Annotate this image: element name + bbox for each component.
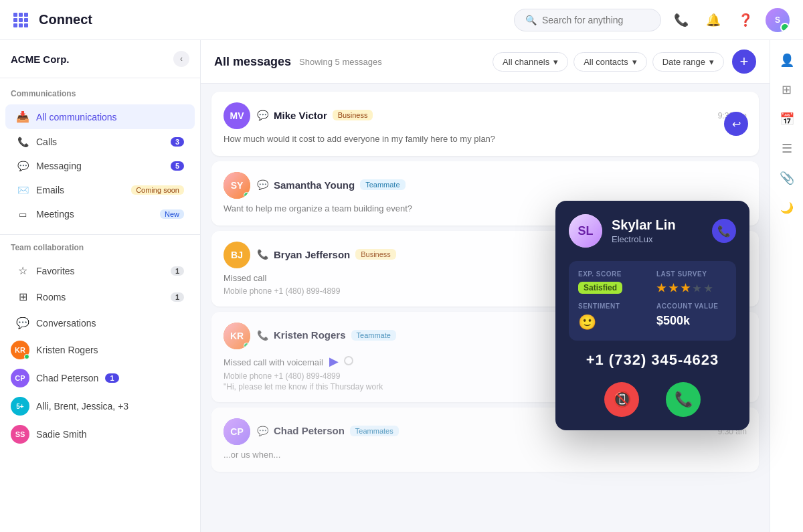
msg-header: SY 💬 Samantha Young Teammate	[224, 172, 747, 199]
communications-section-title: Communications	[0, 89, 200, 104]
conversations-icon: 💬	[16, 317, 29, 329]
moon-icon-bar[interactable]: 🌙	[775, 195, 799, 219]
grid-icon-bar[interactable]: ⊞	[775, 78, 799, 102]
contact-group[interactable]: 5+ Alli, Brent, Jessica, +3	[0, 392, 200, 420]
message-avatar: CP	[224, 418, 250, 445]
user-avatar-nav[interactable]: S	[766, 8, 790, 32]
msg-name-row: 💬 Samantha Young Teammate	[257, 179, 747, 191]
filter-bar: All channels ▾ All contacts ▾ Date range…	[493, 52, 724, 72]
grid-icon[interactable]	[13, 13, 28, 27]
messages-title: All messages	[214, 55, 291, 69]
message-card-mike[interactable]: MV 💬 Mike Victor Business 9:30 am How mu…	[211, 92, 759, 156]
sidebar-item-meetings[interactable]: ▭ Meetings New	[5, 203, 195, 226]
sidebar-item-calls[interactable]: 📞 Calls 3	[5, 130, 195, 153]
bell-nav-icon[interactable]: 🔔	[701, 8, 725, 32]
messages-header: All messages Showing 5 messages All chan…	[201, 40, 770, 84]
sidebar-item-label: Emails	[36, 185, 124, 195]
contact-name: Alli, Brent, Jessica, +3	[36, 401, 128, 412]
sidebar-item-label: Rooms	[36, 292, 164, 302]
add-message-button[interactable]: +	[732, 50, 756, 74]
sentiment-emoji: 🙂	[578, 314, 648, 331]
message-avatar: SY	[224, 172, 250, 199]
voicemail-play-button[interactable]: ▶	[329, 353, 339, 370]
right-icon-bar: 👤 ⊞ 📅 ☰ 📎 🌙	[770, 40, 803, 532]
sidebar-item-all-communications[interactable]: 📥 All communications	[5, 104, 195, 129]
sentiment-label: SENTIMENT	[578, 302, 648, 310]
caller-company: ElectroLux	[612, 234, 676, 244]
messaging-badge: 5	[171, 161, 184, 171]
message-sender-name: Mike Victor	[274, 110, 327, 121]
msg-header: MV 💬 Mike Victor Business 9:30 am	[224, 102, 747, 129]
caller-info: SL Skylar Lin ElectroLux 📞	[569, 214, 736, 248]
message-tag: Teammate	[360, 179, 405, 190]
decline-call-button[interactable]: 📵	[604, 382, 639, 417]
message-channel-icon: 💬	[257, 110, 268, 120]
sidebar-item-favorites[interactable]: ☆ Favorites 1	[5, 258, 195, 283]
sidebar-item-label: Favorites	[36, 266, 164, 276]
call-phone-number: +1 (732) 345-4623	[569, 351, 736, 369]
message-tag: Teammates	[350, 426, 399, 436]
collapse-sidebar-button[interactable]: ‹	[173, 51, 189, 67]
meetings-badge: New	[160, 209, 184, 219]
call-card-overlay: SL Skylar Lin ElectroLux 📞 EXP. SCORE Sa…	[555, 201, 749, 430]
contact-avatar: 5+	[11, 397, 29, 416]
message-avatar: BJ	[224, 242, 250, 268]
message-channel-icon: 💬	[257, 426, 268, 436]
sidebar-item-conversations[interactable]: 💬 Conversations	[5, 311, 195, 335]
list-icon-bar[interactable]: ☰	[775, 137, 799, 161]
last-survey-stat: LAST SURVEY ★ ★ ★ ★ ★	[656, 270, 727, 294]
satisfied-badge: Satisfied	[578, 282, 622, 294]
message-sender-name: Kristen Rogers	[274, 329, 346, 341]
last-survey-label: LAST SURVEY	[656, 270, 727, 278]
record-indicator	[344, 356, 353, 365]
paperclip-icon-bar[interactable]: 📎	[775, 166, 799, 190]
exp-score-label: EXP. SCORE	[578, 270, 648, 278]
call-answer-mini[interactable]: 📞	[712, 219, 736, 243]
filter-all-contacts[interactable]: All contacts ▾	[573, 52, 646, 72]
sidebar-item-label: Meetings	[36, 209, 153, 219]
contact-name: Sadie Smith	[36, 429, 86, 440]
search-icon: 🔍	[525, 15, 537, 25]
filter-label: All channels	[503, 57, 549, 67]
rooms-badge: 1	[171, 292, 184, 302]
msg-info: 💬 Mike Victor Business	[257, 110, 711, 122]
reply-button[interactable]: ↩	[724, 112, 748, 136]
msg-info: 💬 Samantha Young Teammate	[257, 179, 747, 192]
chevron-down-icon: ▾	[553, 57, 558, 67]
top-nav: Connect 🔍 📞 🔔 ❓ S	[0, 0, 803, 40]
contact-kristen[interactable]: KR Kristen Rogers	[0, 336, 200, 364]
contact-name: Kristen Rogers	[36, 345, 98, 355]
help-nav-icon[interactable]: ❓	[733, 8, 757, 32]
search-bar[interactable]: 🔍	[514, 9, 661, 31]
sidebar-item-messaging[interactable]: 💬 Messaging 5	[5, 155, 195, 177]
company-name: ACME Corp.	[11, 54, 70, 65]
star-3: ★	[681, 282, 690, 294]
contacts-icon-bar[interactable]: 👤	[775, 48, 799, 72]
calls-icon: 📞	[16, 137, 29, 147]
caller-details: Skylar Lin ElectroLux	[612, 217, 676, 244]
inbox-icon: 📥	[16, 110, 29, 123]
phone-nav-icon[interactable]: 📞	[669, 8, 693, 32]
sentiment-stat: SENTIMENT 🙂	[578, 302, 648, 331]
calendar-icon-bar[interactable]: 📅	[775, 107, 799, 131]
sidebar-item-rooms[interactable]: ⊞ Rooms 1	[5, 284, 195, 309]
search-input[interactable]	[542, 15, 649, 25]
messaging-icon: 💬	[16, 161, 29, 171]
message-channel-icon: 📞	[257, 330, 268, 341]
filter-all-channels[interactable]: All channels ▾	[493, 52, 568, 72]
sidebar-item-emails[interactable]: ✉️ Emails Coming soon	[5, 179, 195, 201]
star-5: ★	[704, 283, 713, 294]
contact-sadie[interactable]: SS Sadie Smith	[0, 420, 200, 448]
contact-chad[interactable]: CP Chad Peterson 1	[0, 364, 200, 392]
exp-score-value: Satisfied	[578, 282, 648, 294]
contact-avatar: SS	[11, 425, 29, 444]
star-4: ★	[693, 283, 701, 294]
contact-avatar: CP	[11, 369, 29, 387]
sidebar-item-label: All communications	[36, 112, 184, 122]
message-tag: Teammate	[351, 330, 396, 341]
favorites-badge: 1	[171, 266, 184, 276]
contact-badge: 1	[105, 373, 118, 383]
accept-call-button[interactable]: 📞	[666, 382, 701, 417]
msg-name-row: 💬 Mike Victor Business	[257, 110, 711, 121]
filter-date-range[interactable]: Date range ▾	[652, 52, 724, 72]
